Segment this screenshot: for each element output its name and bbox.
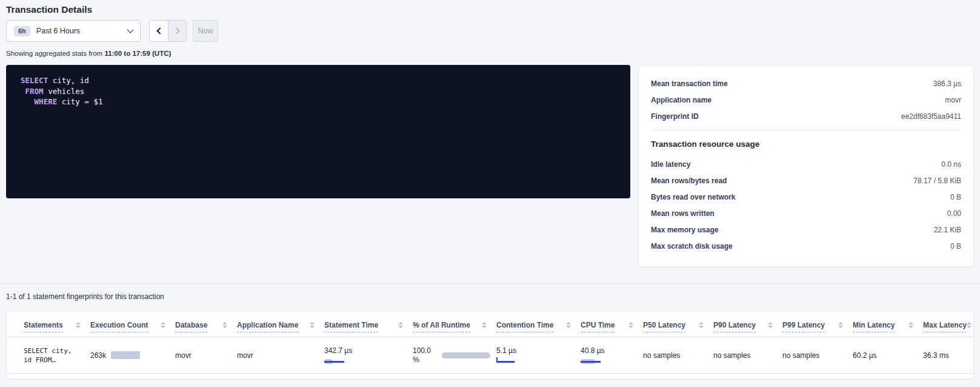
statement-time-bar <box>324 359 348 364</box>
cell-statements: SELECT city, id FROM… <box>7 337 90 374</box>
summary-row: Max scratch disk usage 0 B <box>651 238 961 254</box>
column-header-p90-latency[interactable]: P90 Latency <box>713 311 782 337</box>
sort-icon <box>310 322 315 328</box>
p90-latency-value: no samples <box>713 351 750 360</box>
time-range-selector[interactable]: 6h Past 6 Hours <box>6 20 141 42</box>
time-range-label: Past 6 Hours <box>36 27 80 35</box>
sort-icon <box>967 322 972 328</box>
column-header-cpu-time[interactable]: CPU Time <box>581 311 643 337</box>
sort-icon <box>628 322 633 328</box>
contention-time-bar <box>496 359 516 364</box>
summary-value: 22.1 KiB <box>934 226 961 234</box>
column-header-execution-count[interactable]: Execution Count <box>90 311 175 337</box>
p99-latency-value: no samples <box>782 351 819 360</box>
sort-icon <box>161 322 165 328</box>
summary-label: Mean transaction time <box>651 79 728 88</box>
sort-icon <box>908 322 913 328</box>
transaction-details-page: Transaction Details 6h Past 6 Hours Now … <box>0 0 980 379</box>
column-header-database[interactable]: Database <box>175 311 237 337</box>
column-header-application-name[interactable]: Application Name <box>237 311 324 337</box>
overview-section: SELECT city, id FROM vehicles WHERE city… <box>6 65 974 267</box>
column-header-pct-runtime[interactable]: % of All Runtime <box>413 311 496 337</box>
database-value: movr <box>175 351 192 360</box>
cell-cpu-time: 40.8 µs <box>581 337 643 374</box>
chevron-left-icon <box>156 27 163 34</box>
column-header-statement-time[interactable]: Statement Time <box>324 311 413 337</box>
max-latency-value: 36.3 ms <box>923 351 949 360</box>
column-header-p50-latency[interactable]: P50 Latency <box>643 311 713 337</box>
cell-application-name: movr <box>237 337 324 374</box>
summary-row: Fingerprint ID ee2df683f5aa9411 <box>651 108 961 124</box>
column-header-min-latency[interactable]: Min Latency <box>853 311 923 337</box>
table-row: SELECT city, id FROM… 263k movr movr 342… <box>7 337 973 374</box>
pct-runtime-value: 100.0 % <box>413 346 437 365</box>
cpu-time-bar <box>581 359 605 364</box>
summary-row: Bytes read over network 0 B <box>651 189 961 205</box>
cell-statement-time: 342.7 µs <box>324 337 413 374</box>
now-button[interactable]: Now <box>193 20 218 42</box>
sort-icon <box>76 322 81 328</box>
cell-p99-latency: no samples <box>782 337 853 374</box>
application-name-value: movr <box>237 351 253 360</box>
next-range-button[interactable] <box>168 21 186 41</box>
sql-code: SELECT city, id FROM vehicles WHERE city… <box>21 75 616 107</box>
section-divider <box>0 283 980 284</box>
summary-value: movr <box>945 96 961 104</box>
aggregation-caption: Showing aggregated stats from 11:00 to 1… <box>6 50 974 57</box>
table-header-row: Statements Execution Count Database Appl… <box>7 311 973 337</box>
prev-range-button[interactable] <box>150 21 168 41</box>
summary-label: Bytes read over network <box>651 193 735 201</box>
time-range-badge: 6h <box>14 26 30 36</box>
summary-value: 0.00 <box>947 209 961 218</box>
execution-count-value: 263k <box>90 351 106 360</box>
p50-latency-value: no samples <box>643 351 680 360</box>
summary-value: 386.3 µs <box>933 79 961 88</box>
summary-value: 0 B <box>950 242 961 251</box>
sort-icon <box>398 322 403 328</box>
sort-icon <box>838 322 843 328</box>
cell-execution-count: 263k <box>90 337 175 374</box>
cell-min-latency: 60.2 µs <box>853 337 923 374</box>
sort-icon <box>768 322 773 328</box>
summary-label: Mean rows/bytes read <box>651 177 727 185</box>
sort-icon <box>222 322 227 328</box>
cell-pct-runtime: 100.0 % <box>413 337 496 374</box>
statements-count-caption: 1-1 of 1 statement fingerprints for this… <box>6 292 974 301</box>
statements-table-card: Statements Execution Count Database Appl… <box>6 311 974 379</box>
chevron-down-icon <box>127 26 133 33</box>
column-header-contention-time[interactable]: Contention Time <box>496 311 581 337</box>
summary-label: Fingerprint ID <box>651 112 699 121</box>
cell-max-latency: 36.3 ms <box>923 337 973 374</box>
summary-row: Idle latency 0.0 ns <box>651 156 961 172</box>
summary-row: Application name movr <box>651 92 961 108</box>
summary-label: Max memory usage <box>651 226 718 234</box>
time-controls: 6h Past 6 Hours Now <box>6 20 974 42</box>
sort-icon <box>566 322 571 328</box>
summary-value: 0.0 ns <box>941 160 961 169</box>
statement-time-value: 342.7 µs <box>324 346 353 355</box>
summary-row: Mean rows written 0.00 <box>651 205 961 221</box>
summary-label: Application name <box>651 96 712 104</box>
resource-usage-heading: Transaction resource usage <box>651 140 961 149</box>
statements-table: Statements Execution Count Database Appl… <box>7 311 973 374</box>
summary-label: Mean rows written <box>651 209 715 218</box>
cell-contention-time: 5.1 µs <box>496 337 581 374</box>
summary-value: ee2df683f5aa9411 <box>901 112 961 121</box>
statement-link[interactable]: SELECT city, id FROM… <box>24 346 85 365</box>
column-header-statements[interactable]: Statements <box>7 311 90 337</box>
summary-value: 78.17 / 5.8 KiB <box>913 177 961 185</box>
summary-row: Mean transaction time 386.3 µs <box>651 75 961 92</box>
column-header-p99-latency[interactable]: P99 Latency <box>782 311 853 337</box>
summary-row: Mean rows/bytes read 78.17 / 5.8 KiB <box>651 172 961 189</box>
aggregation-caption-range: 11:00 to 17:59 (UTC) <box>104 50 171 57</box>
sql-statement-box: SELECT city, id FROM vehicles WHERE city… <box>6 65 630 198</box>
chevron-right-icon <box>173 27 179 34</box>
page-title: Transaction Details <box>6 4 974 15</box>
summary-value: 0 B <box>950 193 961 201</box>
column-header-max-latency[interactable]: Max Latency <box>923 311 973 337</box>
cpu-time-value: 40.8 µs <box>581 346 605 355</box>
time-nav-group <box>149 20 187 42</box>
sort-icon <box>699 322 704 328</box>
aggregation-caption-prefix: Showing aggregated stats from <box>6 50 104 57</box>
min-latency-value: 60.2 µs <box>853 351 877 360</box>
